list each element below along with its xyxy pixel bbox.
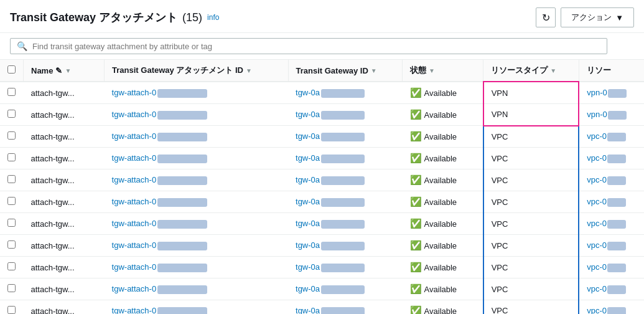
gateway-id-link[interactable]: tgw-0a — [296, 219, 320, 228]
attachment-id-link[interactable]: tgw-attach-0 — [112, 306, 157, 314]
resource-link[interactable]: vpc-0 — [587, 262, 607, 272]
resource-type-value: VPC — [492, 154, 508, 163]
row-status-cell: ✅Available — [403, 300, 483, 315]
row-attachment-id-cell: tgw-attach-0 — [105, 148, 288, 169]
row-gateway-id-cell: tgw-0a — [288, 300, 403, 315]
row-checkbox[interactable] — [7, 197, 16, 205]
header-right: ↻ アクション ▼ — [536, 7, 634, 27]
search-bar: 🔍 — [0, 33, 644, 60]
resource-link[interactable]: vpc-0 — [587, 153, 607, 163]
gateway-id-link[interactable]: tgw-0a — [296, 110, 320, 119]
row-gateway-id-cell: tgw-0a — [288, 169, 403, 191]
attachment-id-link[interactable]: tgw-attach-0 — [112, 262, 157, 272]
gateway-id-link[interactable]: tgw-0a — [296, 262, 320, 272]
refresh-button[interactable]: ↻ — [536, 7, 556, 27]
row-resource-type-cell: VPC — [483, 235, 579, 257]
row-resource-type-cell: VPC — [483, 213, 579, 235]
result-count: (15) — [182, 11, 202, 24]
page-wrapper: Transit Gateway アタッチメント (15) info ↻ アクショ… — [0, 0, 644, 314]
resource-link[interactable]: vpc-0 — [587, 284, 607, 293]
search-input[interactable] — [32, 42, 600, 51]
gateway-id-link[interactable]: tgw-0a — [296, 175, 320, 184]
resource-link[interactable]: vpn-0 — [587, 88, 607, 97]
gateway-id-link[interactable]: tgw-0a — [296, 284, 320, 293]
row-resource-type-cell: VPC — [483, 169, 579, 191]
row-gateway-id-cell: tgw-0a — [288, 191, 403, 213]
th-resource-type[interactable]: リソースタイプ ▼ — [483, 60, 579, 82]
row-checkbox[interactable] — [7, 175, 16, 183]
th-resource[interactable]: リソー — [579, 60, 644, 82]
row-name-cell: attach-tgw... — [24, 148, 105, 169]
info-link[interactable]: info — [207, 13, 219, 22]
status-label: Available — [424, 241, 457, 250]
th-status[interactable]: 状態 ▼ — [403, 60, 483, 82]
row-checkbox[interactable] — [7, 219, 16, 227]
gateway-id-link[interactable]: tgw-0a — [296, 131, 320, 141]
gateway-id-link[interactable]: tgw-0a — [296, 240, 320, 250]
row-status-cell: ✅Available — [403, 169, 483, 191]
resource-link[interactable]: vpc-0 — [587, 219, 607, 228]
row-resource-type-cell: VPN — [483, 104, 579, 126]
th-resource-label: リソー — [587, 65, 611, 76]
attachment-id-link[interactable]: tgw-attach-0 — [112, 219, 157, 228]
status-icon: ✅ — [410, 131, 422, 142]
row-checkbox-cell — [0, 278, 24, 300]
row-checkbox[interactable] — [7, 131, 16, 140]
row-checkbox[interactable] — [7, 306, 16, 314]
th-name[interactable]: Name ✎ ▼ — [24, 60, 105, 82]
th-checkbox[interactable] — [0, 60, 24, 82]
resource-link[interactable]: vpn-0 — [587, 110, 607, 119]
status-icon: ✅ — [410, 305, 422, 314]
resource-link[interactable]: vpc-0 — [587, 197, 607, 206]
row-name-cell: attach-tgw... — [24, 126, 105, 148]
resource-link[interactable]: vpc-0 — [587, 240, 607, 250]
row-checkbox[interactable] — [7, 110, 16, 118]
table-row: attach-tgw...tgw-attach-0 tgw-0a ✅Availa… — [0, 213, 644, 235]
row-gateway-id-cell: tgw-0a — [288, 104, 403, 126]
row-gateway-id-cell: tgw-0a — [288, 257, 403, 278]
action-button[interactable]: アクション ▼ — [561, 7, 634, 27]
row-resource-cell: vpn-0 — [579, 82, 644, 104]
resource-link[interactable]: vpc-0 — [587, 131, 607, 141]
th-attachment-id[interactable]: Transit Gateway アタッチメント ID ▼ — [105, 60, 288, 82]
row-status-cell: ✅Available — [403, 104, 483, 126]
row-resource-cell: vpc-0 — [579, 257, 644, 278]
gateway-id-link[interactable]: tgw-0a — [296, 306, 320, 314]
attachment-id-link[interactable]: tgw-attach-0 — [112, 131, 157, 141]
search-wrapper[interactable]: 🔍 — [10, 38, 607, 54]
gateway-id-link[interactable]: tgw-0a — [296, 197, 320, 206]
row-checkbox[interactable] — [7, 88, 16, 96]
th-resource-type-sort-icon: ▼ — [550, 67, 556, 74]
resource-link[interactable]: vpc-0 — [587, 175, 607, 184]
row-checkbox[interactable] — [7, 284, 16, 292]
row-resource-cell: vpc-0 — [579, 191, 644, 213]
row-resource-cell: vpc-0 — [579, 300, 644, 315]
row-status-cell: ✅Available — [403, 213, 483, 235]
gateway-id-link[interactable]: tgw-0a — [296, 88, 320, 97]
resource-link[interactable]: vpc-0 — [587, 306, 607, 314]
row-checkbox[interactable] — [7, 262, 16, 270]
gateway-id-link[interactable]: tgw-0a — [296, 153, 320, 163]
row-resource-cell: vpc-0 — [579, 213, 644, 235]
attachment-id-link[interactable]: tgw-attach-0 — [112, 110, 157, 119]
resource-type-value: VPC — [492, 285, 508, 294]
table-row: attach-tgw...tgw-attach-0 tgw-0a ✅Availa… — [0, 191, 644, 213]
row-name-cell: attach-tgw... — [24, 257, 105, 278]
select-all-checkbox[interactable] — [7, 65, 16, 74]
th-gateway-sort-icon: ▼ — [371, 67, 377, 74]
th-gateway-id[interactable]: Transit Gateway ID ▼ — [288, 60, 403, 82]
attachment-id-link[interactable]: tgw-attach-0 — [112, 240, 157, 250]
row-checkbox[interactable] — [7, 153, 16, 161]
attachment-id-link[interactable]: tgw-attach-0 — [112, 197, 157, 206]
row-resource-type-cell: VPC — [483, 191, 579, 213]
status-label: Available — [424, 197, 457, 207]
row-status-cell: ✅Available — [403, 257, 483, 278]
attachment-id-link[interactable]: tgw-attach-0 — [112, 88, 157, 97]
row-checkbox[interactable] — [7, 240, 16, 249]
row-checkbox-cell — [0, 104, 24, 126]
resource-type-value: VPC — [492, 176, 508, 185]
attachment-id-link[interactable]: tgw-attach-0 — [112, 284, 157, 293]
attachment-id-link[interactable]: tgw-attach-0 — [112, 153, 157, 163]
attachment-id-link[interactable]: tgw-attach-0 — [112, 175, 157, 184]
row-resource-cell: vpc-0 — [579, 235, 644, 257]
